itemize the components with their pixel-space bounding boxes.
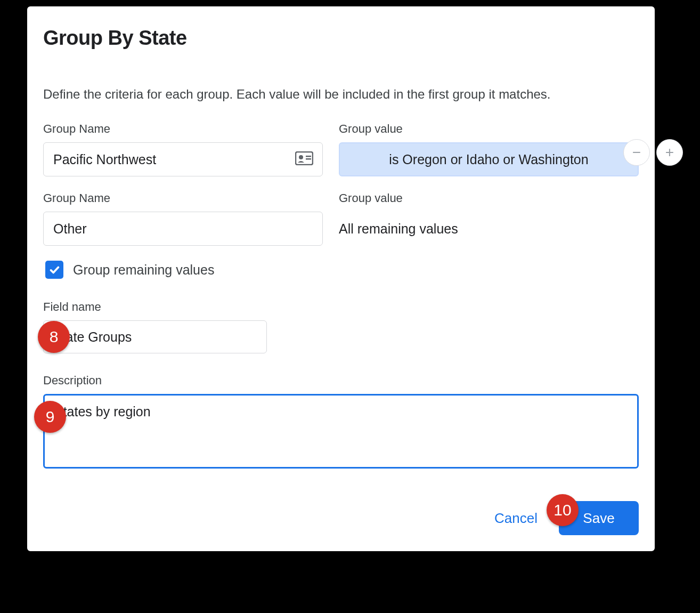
svg-rect-2: [306, 156, 311, 157]
add-row-button[interactable]: +: [656, 139, 683, 166]
description-label: Description: [43, 374, 639, 388]
callout-badge-9: 9: [34, 401, 66, 433]
id-card-icon: [295, 151, 313, 167]
minus-icon: −: [632, 144, 641, 161]
group-value-static-2: All remaining values: [339, 212, 639, 246]
group-value-label: Group value: [339, 191, 639, 205]
group-remaining-label: Group remaining values: [73, 262, 214, 278]
group-name-label: Group Name: [43, 122, 323, 136]
group-name-input-2[interactable]: [43, 212, 323, 246]
field-name-label: Field name: [43, 300, 639, 314]
group-row-1: Group Name Group value is Oregon or Idah…: [43, 122, 639, 176]
svg-point-1: [299, 155, 303, 159]
dialog-instructions: Define the criteria for each group. Each…: [43, 87, 639, 102]
group-value-pill-1[interactable]: is Oregon or Idaho or Washington: [339, 142, 639, 176]
plus-icon: +: [665, 144, 674, 161]
check-icon: [48, 264, 60, 276]
group-value-label: Group value: [339, 122, 639, 136]
group-row-2: Group Name Group value All remaining val…: [43, 191, 639, 246]
field-name-input[interactable]: [43, 320, 267, 353]
field-name-section: Field name: [43, 300, 639, 353]
svg-rect-3: [306, 158, 311, 160]
dialog-title: Group By State: [43, 27, 639, 50]
group-name-label: Group Name: [43, 191, 323, 205]
group-by-dialog: Group By State Define the criteria for e…: [25, 4, 657, 553]
callout-badge-10: 10: [547, 494, 579, 526]
remove-row-button[interactable]: −: [623, 139, 650, 166]
description-textarea[interactable]: [43, 394, 639, 469]
callout-badge-8: 8: [38, 321, 70, 353]
group-name-input-1[interactable]: [43, 142, 323, 176]
group-remaining-checkbox[interactable]: [45, 261, 63, 279]
cancel-button[interactable]: Cancel: [494, 510, 538, 527]
description-section: Description: [43, 374, 639, 471]
group-remaining-checkbox-row: Group remaining values: [43, 261, 639, 279]
